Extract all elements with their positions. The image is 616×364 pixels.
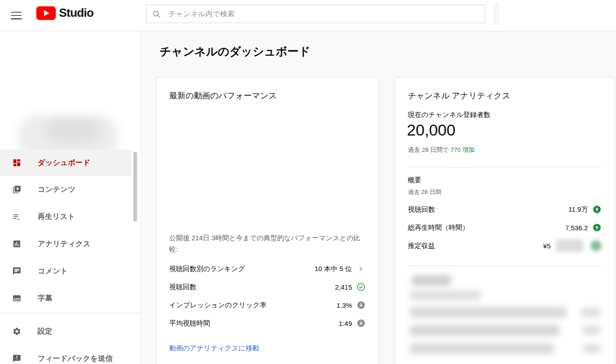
metric-label: 推定収益	[408, 242, 435, 250]
chevron-right-icon	[357, 264, 366, 273]
blurred-value	[581, 308, 601, 317]
sidebar-item-label: ダッシュボード	[38, 158, 90, 168]
subtitles-icon	[11, 293, 22, 304]
metric-value: 2,415	[335, 283, 352, 291]
sidebar-footer: 設定 フィードバックを送信	[0, 318, 132, 364]
sidebar-scrollbar[interactable]	[133, 152, 137, 222]
avatar-blur-blob	[45, 119, 100, 142]
video-analytics-link[interactable]: 動画のアナリティクスに移動	[169, 344, 259, 353]
studio-logo[interactable]: Studio	[36, 6, 93, 20]
arrow-up-circle-icon	[592, 205, 601, 214]
menu-icon[interactable]	[11, 10, 23, 21]
metric-row-avg-duration: 平均視聴時間 1:49	[169, 314, 366, 332]
analytics-icon	[11, 238, 22, 249]
subscribers-label: 現在のチャンネル登録者数	[408, 111, 490, 119]
page-title: チャンネルのダッシュボード	[160, 44, 310, 59]
subscribers-delta-value: 770 増加	[450, 146, 474, 153]
metric-value: ¥5	[543, 242, 551, 250]
subscribers-count: 20,000	[407, 121, 455, 139]
card-title: 最新の動画のパフォーマンス	[169, 90, 277, 101]
arrow-down-circle-icon	[357, 319, 366, 328]
blurred-row	[410, 343, 554, 354]
playlist-icon	[11, 211, 22, 222]
dashboard-icon	[11, 157, 22, 168]
sidebar-divider	[0, 313, 141, 313]
subscribers-delta-prefix: 過去 28 日間で	[408, 146, 450, 153]
sidebar-item-comments[interactable]: コメント	[0, 257, 132, 285]
subscribers-delta: 過去 28 日間で 770 増加	[408, 146, 474, 154]
sidebar-item-label: 字幕	[38, 294, 53, 303]
search-input[interactable]	[168, 10, 479, 18]
arrow-down-circle-icon	[357, 301, 366, 310]
metric-row-watchtime: 総再生時間（時間） 7,536.2	[408, 218, 601, 237]
latest-video-metrics: 視聴回数別のランキング 10 本中 5 位 視聴回数 2,415	[169, 260, 366, 332]
search-icon	[152, 10, 161, 19]
metric-label: 総再生時間（時間）	[408, 223, 469, 232]
sidebar-item-feedback[interactable]: フィードバックを送信	[0, 345, 132, 364]
overview-heading: 概要	[408, 176, 421, 184]
metric-row-ctr: インプレッションのクリック率 1.3%	[169, 296, 366, 314]
overview-period: 過去 28 日間	[408, 188, 441, 196]
metric-label: 視聴回数	[169, 283, 196, 291]
metric-row-revenue: 推定収益 ¥5	[408, 237, 601, 255]
comments-icon	[11, 266, 22, 277]
sidebar-item-content[interactable]: コンテンツ	[0, 176, 132, 203]
revenue-redacted-blur	[556, 239, 583, 252]
arrow-up-circle-icon	[592, 223, 601, 232]
metric-value: 1:49	[339, 320, 352, 327]
sidebar-item-settings[interactable]: 設定	[0, 318, 132, 345]
metric-row-views-28d: 視聴回数 11.9万	[408, 200, 601, 218]
check-circle-icon	[357, 282, 366, 291]
channel-analytics-card: チャンネル アナリティクス 現在のチャンネル登録者数 20,000 過去 28 …	[395, 77, 615, 364]
blurred-subheading	[410, 291, 481, 300]
metric-row-views: 視聴回数 2,415	[169, 278, 366, 296]
analytics-metrics: 視聴回数 11.9万 総再生時間（時間） 7,536.2	[408, 200, 601, 255]
main-content: チャンネルのダッシュボード 最新の動画のパフォーマンス 公開後 214日 3時間…	[141, 31, 616, 364]
sidebar-item-subtitles[interactable]: 字幕	[0, 285, 132, 312]
metric-row-ranking[interactable]: 視聴回数別のランキング 10 本中 5 位	[169, 260, 366, 278]
sidebar-item-label: コメント	[38, 267, 68, 276]
card-divider	[408, 167, 601, 167]
sidebar-item-label: 再生リスト	[38, 212, 75, 222]
sidebar-item-label: 設定	[38, 327, 53, 336]
metric-label: 視聴回数	[408, 205, 435, 214]
settings-icon	[11, 326, 22, 337]
metric-value: 11.9万	[568, 205, 588, 214]
metric-label: インプレッションのクリック率	[169, 301, 267, 310]
sidebar-item-label: コンテンツ	[38, 185, 75, 194]
latest-video-performance-card: 最新の動画のパフォーマンス 公開後 214日 3時間と今までの典型的なパフォーマ…	[156, 77, 379, 364]
metric-value: 7,536.2	[565, 224, 588, 232]
comparison-note: 公開後 214日 3時間と今までの典型的なパフォーマンスとの比較:	[169, 232, 367, 255]
blurred-row	[410, 307, 567, 318]
feedback-icon	[11, 353, 22, 364]
blurred-value	[583, 344, 601, 353]
content-icon	[11, 184, 22, 195]
sidebar-item-dashboard[interactable]: ダッシュボード	[0, 150, 132, 176]
metric-value: 10 本中 5 位	[314, 265, 352, 273]
card-divider	[408, 266, 601, 266]
metric-value: 1.3%	[337, 301, 352, 309]
blurred-heading	[411, 275, 451, 286]
sidebar-item-label: アナリティクス	[38, 239, 91, 249]
blurred-value	[582, 326, 601, 335]
youtube-studio-window: Studio ダッシュボード	[0, 0, 616, 364]
metric-label: 視聴回数別のランキング	[169, 265, 245, 273]
sidebar: ダッシュボード コンテンツ 再生リスト	[0, 31, 141, 364]
topbar-blurred-control	[494, 2, 498, 25]
blurred-row	[410, 325, 559, 336]
search-box	[146, 5, 485, 23]
sidebar-nav: ダッシュボード コンテンツ 再生リスト	[0, 150, 132, 312]
youtube-logo-icon	[36, 6, 56, 20]
top-videos-blurred-section	[395, 269, 614, 364]
brand-text: Studio	[59, 6, 93, 20]
sidebar-item-analytics[interactable]: アナリティクス	[0, 230, 132, 257]
sidebar-item-label: フィードバックを送信	[38, 354, 113, 364]
top-bar: Studio	[0, 0, 616, 31]
sidebar-item-playlists[interactable]: 再生リスト	[0, 203, 132, 230]
revenue-icon-blur	[591, 240, 601, 251]
card-title: チャンネル アナリティクス	[408, 90, 510, 101]
metric-label: 平均視聴時間	[169, 319, 210, 328]
